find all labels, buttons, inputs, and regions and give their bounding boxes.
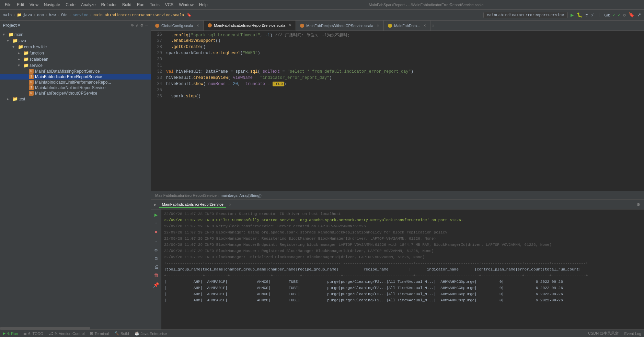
code-line-26: 26 .config("spark.sql.broadcastTimeout",… (151, 32, 644, 38)
log-row-4: | AHM| AHMPA01F| AHMCG| TUBE| purge|purg… (164, 297, 641, 303)
status-eventlog[interactable]: Event Log (624, 332, 641, 336)
tree-item-service[interactable]: ▼ 📁 service (0, 62, 151, 69)
run-pin-btn[interactable]: 📌 (153, 282, 159, 288)
line-num-27: 27 (154, 38, 166, 43)
breadcrumb: main › 📁 java › com › hzw › fdc › servic… (3, 13, 481, 17)
run-content[interactable]: 22/09/28 11:07:28 INFO Executor: Startin… (161, 209, 644, 329)
tree-item-main[interactable]: ▼ 📁 main (0, 32, 151, 38)
tree-item-class2[interactable]: S MainFabIndicatorErrorReportService (0, 74, 151, 80)
run-config-selector[interactable]: MainFabIndicatorErrorReportService (483, 12, 568, 18)
tab-icon-globalconfig (155, 24, 159, 28)
tree-item-scalabean[interactable]: ▶ 📁 scalabean (0, 56, 151, 62)
tree-item-java[interactable]: ▼ 📁 java (0, 38, 151, 44)
tree-item-class5[interactable]: S MainFabRecipeWithoutCPService (0, 91, 151, 96)
tab-label-main: MainFabIndicatorErrorReportService.scala (214, 23, 285, 27)
status-java-label: Java Enterprise (141, 332, 167, 336)
run-play-btn[interactable]: ▶ (154, 212, 158, 218)
sidebar-label-class5: MainFabRecipeWithoutCPService (35, 91, 97, 96)
line-num-31: 31 (154, 63, 166, 68)
tab-close-main[interactable]: ✕ (289, 23, 291, 27)
log-line-5: 22/09/28 11:07:29 INFO BlockManagerMaste… (164, 236, 641, 242)
tab-close-recipe[interactable]: ✕ (377, 24, 379, 27)
run-tab-close[interactable]: ✕ (229, 202, 231, 207)
status-build[interactable]: 🔨 Build (114, 331, 129, 336)
run-button[interactable]: ▶ (571, 12, 574, 19)
folder-icon-function: 📁 (23, 50, 30, 56)
status-bar: ▶ 4: Run ☰ 6: TODO ⎇ 9: Version Control … (0, 329, 644, 337)
tab-recipe[interactable]: MainFabRecipeWithoutCPService.scala ✕ (296, 21, 384, 31)
tab-globalconfig[interactable]: GlobalConfig.scala ✕ (151, 21, 204, 31)
sidebar-collapse-icon[interactable]: ⇄ (136, 23, 139, 28)
sidebar-scrollbar[interactable] (0, 327, 151, 329)
debug-button[interactable]: 🐛 (577, 12, 583, 18)
run-print-btn[interactable]: 🖨 (154, 264, 159, 270)
menu-code[interactable]: Code (64, 2, 78, 8)
log-line-2: 22/09/28 11:07:29 INFO Utils: Successful… (164, 217, 641, 223)
run-filter-btn[interactable]: ⚙ (154, 247, 157, 253)
menu-vcs[interactable]: VCS (163, 2, 176, 8)
breadcrumb-main: main (3, 13, 12, 17)
status-todo[interactable]: ☰ 6: TODO (23, 331, 43, 336)
tree-item-class4[interactable]: S MainfabIndicatorNoLimitReportService (0, 85, 151, 91)
bookmark-btn[interactable]: 🔖 (629, 12, 634, 18)
sidebar-label-java: java (19, 38, 26, 43)
menu-view[interactable]: View (27, 2, 41, 8)
breadcrumb-com: com (37, 13, 44, 17)
run-fold-btn[interactable]: ⊡ (154, 256, 157, 262)
menu-help[interactable]: Help (197, 2, 210, 8)
breadcrumb-java-icon: 📁 (17, 13, 22, 17)
sidebar-title: Project ▾ (3, 23, 20, 28)
run-side-toolbar: ▶ ↑ ■ ↓ ⚙ ⊡ 🖨 🗑 📌 (151, 209, 161, 329)
sidebar-settings-icon[interactable]: ⚙ (140, 23, 143, 28)
menu-tools[interactable]: Tools (148, 2, 162, 8)
line-num-28: 28 (154, 45, 166, 49)
status-run[interactable]: ▶ 4: Run (3, 331, 18, 336)
bc-method: main(args: Array[String]) (221, 193, 262, 197)
tab-close-data[interactable]: ✕ (423, 24, 426, 27)
run-stop-btn[interactable]: ■ (154, 229, 157, 235)
tab-close-globalconfig[interactable]: ✕ (196, 24, 199, 27)
sidebar-label-class1: MainFabDataMissingReportService (35, 69, 100, 74)
tree-item-com[interactable]: ▼ 📁 com.hzw.fdc (0, 44, 151, 50)
sidebar-minimize-icon[interactable]: — (145, 23, 148, 28)
run-settings-btn[interactable]: ⚙ (636, 201, 641, 208)
menu-analyze[interactable]: Analyze (79, 2, 98, 8)
git-update[interactable]: ↺ (623, 12, 626, 18)
class-icon-2: S (29, 74, 34, 79)
menu-build[interactable]: Build (120, 2, 134, 8)
run-tab-main[interactable]: MainFabIndicatorErrorReportService (159, 202, 226, 208)
status-vcs[interactable]: ⎇ 9: Version Control (49, 331, 84, 336)
code-editor[interactable]: 26 .config("spark.sql.broadcastTimeout",… (151, 31, 644, 191)
sidebar-label-main: main (14, 32, 23, 37)
status-java[interactable]: ☕ Java Enterprise (135, 331, 167, 336)
vcs-icon: ⎇ (49, 331, 53, 336)
line-content-26: .config("spark.sql.broadcastTimeout", -1… (166, 32, 641, 38)
menu-refactor[interactable]: Refactor (99, 2, 119, 8)
tab-main[interactable]: MainFabIndicatorErrorReportService.scala… (204, 21, 296, 31)
tabs-overflow[interactable]: » (432, 23, 434, 28)
menu-run[interactable]: Run (135, 2, 147, 8)
sidebar-scope-icon[interactable]: ⊕ (131, 23, 134, 28)
tree-item-class3[interactable]: S MainfabIndicatorLimitPerformanceRepo..… (0, 80, 151, 85)
menu-window[interactable]: Window (177, 2, 196, 8)
coverage-button[interactable]: ☂ (585, 12, 588, 18)
line-num-34: 34 (154, 82, 166, 86)
profile-button[interactable]: ⚡ (591, 12, 594, 18)
menu-navigate[interactable]: Navigate (42, 2, 62, 8)
tree-item-function[interactable]: ▶ 📁 function (0, 50, 151, 56)
terminal-icon: ⊞ (90, 331, 93, 336)
run-clear-btn[interactable]: 🗑 (154, 273, 159, 278)
tab-data[interactable]: MainFabData... ✕ (384, 21, 430, 31)
log-line-6: 22/09/28 11:07:29 INFO BlockManagerMaste… (164, 242, 641, 248)
menu-file[interactable]: File (3, 2, 13, 8)
class-icon-3: S (29, 80, 34, 85)
status-vcs-label: 9: Version Control (55, 332, 84, 336)
status-terminal[interactable]: ⊞ Terminal (90, 331, 109, 336)
run-down-btn[interactable]: ↓ (154, 238, 157, 243)
run-restart-btn[interactable]: ↑ (154, 221, 157, 227)
expand-btn[interactable]: ⤢ (637, 12, 641, 18)
tree-item-class1[interactable]: S MainFabDataMissingReportService (0, 69, 151, 74)
tree-item-test[interactable]: ▶ 📁 test (0, 96, 151, 102)
menu-edit[interactable]: Edit (15, 2, 26, 8)
sidebar-label-class3: MainfabIndicatorLimitPerformanceRepo... (35, 80, 111, 85)
